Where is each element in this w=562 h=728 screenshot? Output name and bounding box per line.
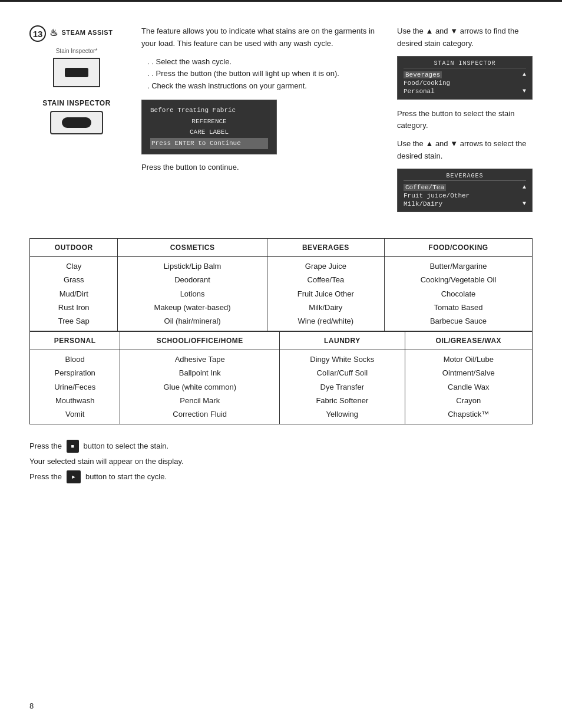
list-item: Lipstick/Lip Balm bbox=[126, 259, 258, 273]
col-header-beverages: BEVERAGES bbox=[267, 238, 384, 256]
list-item: Rust Iron bbox=[38, 301, 109, 314]
list-item: Yellowing bbox=[288, 407, 396, 421]
table-row: Clay Grass Mud/Dirt Rust Iron Tree Sap L… bbox=[30, 256, 533, 331]
right-column: Use the ▲ and ▼ arrows to find the desir… bbox=[397, 25, 533, 220]
beverages-fruit-juice: Fruit juice/Other bbox=[404, 192, 470, 199]
list-item: Mud/Dirt bbox=[38, 287, 109, 301]
list-item: Ointment/Salve bbox=[414, 366, 524, 380]
list-item: Grass bbox=[38, 273, 109, 286]
col-header-outdoor: OUTDOOR bbox=[30, 238, 118, 256]
list-item: Correction Fluid bbox=[128, 407, 271, 421]
list-item: Ballpoint Ink bbox=[128, 366, 271, 380]
page-content: 13 ♨ Steam Assist Stain Inspector* Stain… bbox=[0, 2, 562, 508]
list-item: Urine/Feces bbox=[38, 380, 111, 394]
bottom-instruction-1: Press the ■ button to select the stain. bbox=[29, 439, 533, 454]
col-header-school-office-home: SCHOOL/OFFICE/HOME bbox=[120, 331, 280, 350]
stain-inspector-food: Food/Cooking bbox=[404, 80, 450, 87]
page-number: 8 bbox=[29, 701, 34, 710]
stain-inspector-row-1: Food/Cooking bbox=[404, 79, 526, 87]
list-item: Butter/Margarine bbox=[393, 259, 524, 273]
list-item: Dingy White Socks bbox=[288, 353, 396, 366]
oil-grease-wax-items: Motor Oil/Lube Ointment/Salve Candle Wax… bbox=[405, 350, 532, 424]
list-item: Collar/Cuff Soil bbox=[288, 366, 396, 380]
list-item: Mouthwash bbox=[38, 394, 111, 407]
list-item: Barbecue Sauce bbox=[393, 314, 524, 328]
stain-inspector-arrow-up: ▲ bbox=[523, 71, 526, 78]
col-header-food-cooking: FOOD/COOKING bbox=[384, 238, 532, 256]
stain-inspector-star-label: Stain Inspector* bbox=[29, 48, 124, 54]
steam-assist-button-display bbox=[65, 68, 88, 77]
list-item: Grape Juice bbox=[276, 259, 376, 273]
lcd-line-2: REFERENCE bbox=[150, 116, 268, 127]
stain-inspector-beverages: Beverages bbox=[404, 71, 442, 78]
lcd-line-3: CARE LABEL bbox=[150, 127, 268, 138]
col-header-oil-grease-wax: OIL/GREASE/WAX bbox=[405, 331, 532, 350]
list-item: Adhesive Tape bbox=[128, 353, 271, 366]
beverages-row-0: Coffee/Tea ▲ bbox=[404, 183, 526, 192]
list-item: Makeup (water-based) bbox=[126, 301, 258, 314]
list-item: Candle Wax bbox=[414, 380, 524, 394]
steam-assist-header: ♨ Steam Assist bbox=[49, 27, 113, 38]
right-instruction-2: Press the button to select the stain cat… bbox=[397, 108, 533, 133]
laundry-items: Dingy White Socks Collar/Cuff Soil Dye T… bbox=[280, 350, 405, 424]
stain-inspector-button-display bbox=[62, 117, 91, 128]
list-item: Wine (red/white) bbox=[276, 314, 376, 328]
bottom-instructions: Press the ■ button to select the stain. … bbox=[29, 439, 533, 485]
beverages-arrow-up: ▲ bbox=[523, 184, 526, 190]
beverages-lcd: BEVERAGES Coffee/Tea ▲ Fruit juice/Other… bbox=[397, 169, 533, 212]
start-cycle-button: ► bbox=[67, 470, 81, 483]
stain-inspector-personal: Personal bbox=[404, 88, 435, 95]
main-description: The feature allows you to indicate what … bbox=[141, 25, 379, 50]
beverages-items: Grape Juice Coffee/Tea Fruit Juice Other… bbox=[267, 256, 384, 331]
beverages-lcd-title: BEVERAGES bbox=[404, 173, 526, 181]
stain-inspector-section: Stain Inspector bbox=[29, 99, 124, 134]
food-cooking-items: Butter/Margarine Cooking/Vegetable Oil C… bbox=[384, 256, 532, 331]
list-item: Oil (hair/mineral) bbox=[126, 314, 258, 328]
lcd-line-4: Press ENTER to Continue bbox=[150, 138, 268, 149]
list-item: Coffee/Tea bbox=[276, 273, 376, 286]
bottom-instruction-2: Your selected stain will appear on the d… bbox=[29, 454, 533, 469]
cosmetics-items: Lipstick/Lip Balm Deodorant Lotions Make… bbox=[118, 256, 267, 331]
beverages-row-2: Milk/Dairy ▼ bbox=[404, 200, 526, 208]
step-1: . Select the wash cycle. bbox=[141, 56, 379, 68]
stain-table-1: OUTDOOR COSMETICS BEVERAGES FOOD/COOKING… bbox=[29, 238, 533, 331]
select-stain-button: ■ bbox=[67, 440, 79, 453]
step-2: . Press the button (the button will ligh… bbox=[141, 68, 379, 80]
list-item: Vomit bbox=[38, 407, 111, 421]
list-item: Fruit Juice Other bbox=[276, 287, 376, 301]
personal-items: Blood Perspiration Urine/Feces Mouthwash… bbox=[30, 350, 120, 424]
right-instruction-3: Use the ▲ and ▼ arrows to select the des… bbox=[397, 138, 533, 163]
list-item: Blood bbox=[38, 353, 111, 366]
right-instruction-1: Use the ▲ and ▼ arrows to find the desir… bbox=[397, 25, 533, 50]
list-item: Lotions bbox=[126, 287, 258, 301]
steam-assist-title: Steam Assist bbox=[62, 29, 113, 36]
list-item: Perspiration bbox=[38, 366, 111, 380]
school-items: Adhesive Tape Ballpoint Ink Glue (white … bbox=[120, 350, 280, 424]
left-column: 13 ♨ Steam Assist Stain Inspector* Stain… bbox=[29, 25, 124, 220]
col-header-personal: PERSONAL bbox=[30, 331, 120, 350]
beverages-milk-dairy: Milk/Dairy bbox=[404, 200, 442, 207]
press-continue-text: Press the button to continue. bbox=[141, 162, 379, 174]
stain-table-2: PERSONAL SCHOOL/OFFICE/HOME LAUNDRY OIL/… bbox=[29, 331, 533, 424]
stain-inspector-title: Stain Inspector bbox=[29, 99, 124, 107]
col-header-laundry: LAUNDRY bbox=[280, 331, 405, 350]
stain-inspector-lcd: STAIN INSPECTOR Beverages ▲ Food/Cooking… bbox=[397, 56, 533, 100]
list-item: Dye Transfer bbox=[288, 380, 396, 394]
step-number: 13 bbox=[29, 25, 46, 42]
stain-inspector-arrow-down: ▼ bbox=[523, 88, 526, 94]
stain-inspector-lcd-title: STAIN INSPECTOR bbox=[404, 60, 526, 68]
step-3: Check the wash instructions on your garm… bbox=[141, 80, 379, 93]
beverages-arrow-down: ▼ bbox=[523, 200, 526, 207]
list-item: Tomato Based bbox=[393, 301, 524, 314]
lcd-line-1: Before Treating Fabric bbox=[150, 105, 268, 116]
beverages-coffee-tea: Coffee/Tea bbox=[404, 184, 446, 191]
col-header-cosmetics: COSMETICS bbox=[118, 238, 267, 256]
stain-inspector-row-2: Personal ▼ bbox=[404, 87, 526, 95]
list-item: Chapstick™ bbox=[414, 407, 524, 421]
stain-inspector-row-0: Beverages ▲ bbox=[404, 71, 526, 79]
bottom-instruction-3: Press the ► button to start the cycle. bbox=[29, 469, 533, 485]
beverages-row-1: Fruit juice/Other bbox=[404, 192, 526, 200]
list-item: Tree Sap bbox=[38, 314, 109, 328]
list-item: Chocolate bbox=[393, 287, 524, 301]
list-item: Fabric Softener bbox=[288, 394, 396, 407]
